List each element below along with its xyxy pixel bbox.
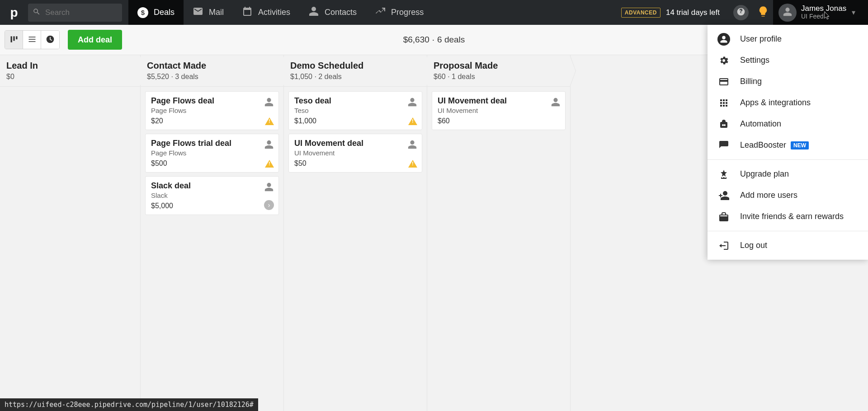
deal-card[interactable]: Page Flows dealPage Flows$20 — [145, 91, 279, 130]
nav-deals[interactable]: $ Deals — [128, 0, 184, 25]
summary-amount: $6,630 — [403, 35, 429, 44]
person-icon[interactable] — [264, 182, 274, 192]
add-deal-button[interactable]: Add deal — [68, 30, 122, 50]
column-cards: Teso dealTeso$1,000UI Movement dealUI Mo… — [284, 87, 427, 181]
logout-icon — [717, 239, 730, 252]
menu-item-logout[interactable]: Log out — [708, 235, 868, 256]
top-nav: p $ Deals Mail Activities Contacts Progr… — [0, 0, 868, 25]
help-button[interactable] — [733, 5, 749, 20]
tips-button[interactable] — [753, 3, 773, 23]
nav-label: Contacts — [325, 8, 357, 17]
deal-card[interactable]: UI Movement dealUI Movement$50 — [288, 134, 422, 173]
deal-amount: $1,000 — [294, 117, 416, 125]
user-menu-trigger[interactable]: James Jonas UI Feed ▾ — [773, 0, 868, 25]
column-cards: UI Movement dealUI Movement$60 — [427, 87, 570, 138]
nav-activities[interactable]: Activities — [233, 0, 299, 25]
menu-item-upgrade[interactable]: Upgrade plan — [708, 163, 868, 185]
nav-contacts[interactable]: Contacts — [299, 0, 366, 25]
deal-card[interactable]: UI Movement dealUI Movement$60 — [432, 91, 566, 130]
person-icon[interactable] — [264, 140, 274, 149]
column-stats: $0 — [6, 73, 134, 81]
deal-company: Teso — [294, 107, 416, 114]
svg-rect-2 — [16, 36, 17, 39]
menu-item-label: User profile — [740, 34, 782, 44]
person-icon[interactable] — [407, 97, 417, 107]
menu-section: Log out — [708, 231, 868, 260]
deal-card[interactable]: Teso dealTeso$1,000 — [288, 91, 422, 130]
addusers-icon — [717, 189, 730, 202]
billing-icon — [717, 75, 730, 88]
menu-section: Upgrade planAdd more usersInvite friends… — [708, 160, 868, 231]
list-icon — [28, 35, 37, 45]
deal-card[interactable]: Page Flows trial dealPage Flows$500 — [145, 134, 279, 173]
menu-item-apps[interactable]: Apps & integrations — [708, 92, 868, 113]
menu-item-label: Log out — [740, 241, 767, 250]
deal-title: UI Movement deal — [438, 96, 560, 106]
deal-company: UI Movement — [294, 149, 416, 157]
nav-label: Progress — [391, 8, 424, 17]
automation-icon — [717, 118, 730, 131]
nav-mail[interactable]: Mail — [184, 0, 233, 25]
svg-rect-0 — [10, 36, 12, 42]
column-header[interactable]: Contact Made$5,520 · 3 deals — [141, 55, 283, 87]
deal-amount: $500 — [151, 159, 273, 168]
settings-icon — [717, 54, 730, 67]
person-icon — [308, 6, 325, 19]
search-input[interactable] — [45, 8, 141, 17]
view-forecast-button[interactable] — [41, 31, 59, 49]
next-step-icon[interactable]: › — [264, 200, 274, 210]
deal-amount: $50 — [294, 159, 416, 168]
app-logo[interactable]: p — [0, 5, 28, 20]
person-icon — [783, 7, 793, 19]
view-list-button[interactable] — [23, 31, 41, 49]
column-header[interactable]: Demo Scheduled$1,050 · 2 deals — [284, 55, 427, 87]
view-pipeline-button[interactable] — [5, 31, 23, 49]
status-bar-url: https://uifeed-c28eee.pipedrive.com/pipe… — [0, 398, 258, 411]
warning-icon[interactable] — [265, 117, 274, 125]
search-input-wrap[interactable] — [28, 4, 122, 22]
nav-label: Deals — [154, 8, 175, 17]
user-dropdown-menu: User profileSettingsBillingApps & integr… — [708, 25, 868, 260]
upgrade-icon — [717, 168, 730, 181]
menu-item-settings[interactable]: Settings — [708, 50, 868, 71]
chevron-down-icon: ▾ — [852, 8, 855, 17]
trend-icon — [375, 6, 391, 19]
nav-progress[interactable]: Progress — [366, 0, 433, 25]
deal-title: Teso deal — [294, 96, 416, 106]
kanban-column: Contact Made$5,520 · 3 dealsPage Flows d… — [141, 55, 284, 411]
menu-item-addusers[interactable]: Add more users — [708, 185, 868, 206]
column-title: Proposal Made — [434, 61, 564, 71]
deal-title: Slack deal — [151, 181, 273, 191]
leadbooster-icon — [717, 139, 730, 152]
new-badge: NEW — [791, 141, 809, 149]
menu-item-billing[interactable]: Billing — [708, 71, 868, 92]
deal-amount: $5,000 — [151, 202, 273, 210]
warning-icon[interactable] — [408, 160, 417, 168]
trial-days-left[interactable]: 14 trial days left — [666, 8, 720, 17]
person-icon[interactable] — [264, 97, 274, 107]
menu-item-leadbooster[interactable]: LeadBoosterNEW — [708, 135, 868, 156]
deal-amount: $20 — [151, 117, 273, 125]
column-cards: Page Flows dealPage Flows$20Page Flows t… — [141, 87, 283, 223]
column-header[interactable]: Proposal Made$60 · 1 deals — [427, 55, 570, 87]
column-header[interactable]: Lead In$0 — [0, 55, 140, 87]
menu-item-label: Add more users — [740, 191, 797, 200]
summary-count: 6 deals — [437, 35, 465, 44]
person-icon[interactable] — [407, 140, 417, 149]
column-stats: $60 · 1 deals — [434, 73, 564, 81]
warning-icon[interactable] — [265, 160, 274, 168]
column-cards — [0, 87, 140, 96]
apps-icon — [717, 97, 730, 109]
deal-title: UI Movement deal — [294, 139, 416, 148]
help-icon — [736, 7, 745, 18]
mail-icon — [193, 6, 209, 19]
deal-card[interactable]: Slack dealSlack$5,000› — [145, 176, 279, 215]
menu-item-profile[interactable]: User profile — [708, 28, 868, 50]
plan-badge[interactable]: ADVANCED — [621, 8, 660, 18]
column-title: Lead In — [6, 61, 134, 71]
warning-icon[interactable] — [408, 117, 417, 125]
menu-item-automation[interactable]: Automation — [708, 113, 868, 135]
deal-amount: $60 — [438, 117, 560, 125]
person-icon[interactable] — [551, 97, 561, 107]
menu-item-invite[interactable]: Invite friends & earn rewards — [708, 206, 868, 227]
